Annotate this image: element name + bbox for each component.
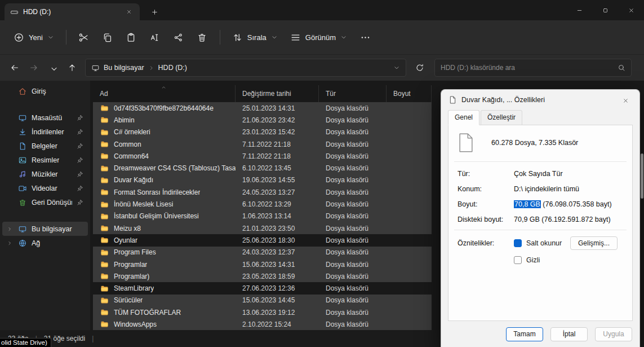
forward-button[interactable]: [25, 59, 42, 77]
file-row[interactable]: İnönü Meslek Lisesi6.10.2022 13:29Dosya …: [93, 198, 432, 210]
minimize-button[interactable]: [566, 0, 592, 20]
scrollbar[interactable]: [640, 81, 644, 330]
chevron-down-icon: [271, 34, 278, 41]
file-name: Program Files: [114, 248, 156, 256]
sidebar-item-masaustu[interactable]: Masaüstü: [2, 111, 88, 125]
sidebar-item-indirilenler[interactable]: İndirilenler: [2, 125, 88, 139]
scissors-icon: [78, 32, 89, 43]
breadcrumb-item[interactable]: HDD (D:): [158, 64, 187, 72]
sidebar-item-belgeler[interactable]: Belgeler: [2, 139, 88, 153]
dialog-tab-ozellestir[interactable]: Özelleştir: [481, 110, 522, 125]
file-row[interactable]: Common647.11.2022 21:18Dosya klasörü: [93, 150, 432, 162]
column-header-3[interactable]: Boyut: [387, 85, 432, 102]
apply-button[interactable]: Uygula: [595, 327, 632, 341]
sidebar-item-resimler[interactable]: Resimler: [2, 153, 88, 167]
file-row[interactable]: Duvar Kağıdı19.06.2023 14:55Dosya klasör…: [93, 174, 432, 186]
refresh-button[interactable]: [411, 59, 428, 77]
dialog-tab-genel[interactable]: Genel: [448, 110, 479, 125]
file-row[interactable]: Common7.11.2022 21:18Dosya klasörü: [93, 138, 432, 150]
file-row[interactable]: Abimin21.06.2023 23:42Dosya klasörü: [93, 114, 432, 126]
back-button[interactable]: [6, 59, 23, 77]
sidebar-item-giris[interactable]: Giriş: [2, 84, 88, 98]
file-name: Oyunlar: [114, 236, 137, 244]
home-icon: [18, 87, 27, 96]
breadcrumb-item[interactable]: Bu bilgisayar: [104, 64, 144, 72]
address-dropdown-icon[interactable]: [393, 64, 400, 71]
file-row[interactable]: SteamLibrary27.06.2023 12:36Dosya klasör…: [93, 282, 432, 294]
toolbar-separator: [66, 30, 66, 45]
file-row[interactable]: Program Files24.03.2023 12:37Dosya klasö…: [93, 247, 432, 258]
sidebar-item-geri-donusum[interactable]: Geri Dönüşüm Ku...: [2, 195, 88, 209]
clipboard-icon: [126, 32, 136, 43]
column-header-0[interactable]: Ad: [93, 85, 236, 102]
file-row[interactable]: Meizu x821.01.2023 23:50Dosya klasörü: [93, 222, 432, 234]
file-row[interactable]: İstanbul Gelişim Üniversitesi1.06.2023 1…: [93, 210, 432, 222]
property-value: Çok Sayıda Tür: [514, 169, 563, 179]
file-row[interactable]: WindowsApps2.10.2022 15:24Dosya klasörü: [93, 318, 432, 330]
file-date: 19.06.2023 14:55: [236, 176, 319, 184]
address-bar[interactable]: Bu bilgisayarHDD (D:): [85, 59, 406, 77]
readonly-checkbox[interactable]: [514, 239, 522, 247]
explorer-tab[interactable]: HDD (D:): [5, 3, 140, 20]
file-type: Dosya klasörü: [319, 248, 387, 256]
file-date: 24.03.2023 12:37: [236, 248, 319, 256]
recent-locations-button[interactable]: [44, 59, 61, 77]
sidebar-item-bu-bilgisayar[interactable]: Bu bilgisayar: [2, 222, 88, 236]
scrollbar-thumb[interactable]: [641, 153, 643, 199]
expander-spacer: [7, 199, 14, 206]
column-header-2[interactable]: Tür: [319, 85, 387, 102]
file-row[interactable]: Oyunlar25.06.2023 18:30Dosya klasörü: [93, 234, 432, 246]
file-name: 0d74f353b470f9fbe872b644064e: [114, 104, 214, 112]
file-row[interactable]: Programlar15.06.2023 14:31Dosya klasörü: [93, 258, 432, 270]
column-header-1[interactable]: Değiştirme tarihi: [236, 85, 319, 102]
close-button[interactable]: [618, 0, 644, 20]
new-button[interactable]: Yeni: [8, 28, 60, 47]
sidebar-item-videolar[interactable]: Videolar: [2, 181, 88, 195]
files-stack-icon: [458, 132, 474, 153]
folder-icon: [100, 320, 109, 328]
file-row[interactable]: Format Sonrası İndirilecekler24.05.2023 …: [93, 186, 432, 198]
titlebar: HDD (D:): [0, 0, 644, 20]
ok-button[interactable]: Tamam: [506, 327, 543, 341]
folder-icon: [100, 260, 109, 269]
refresh-icon: [415, 63, 424, 72]
advanced-button[interactable]: Gelişmiş...: [570, 236, 618, 250]
cut-button[interactable]: [73, 27, 95, 47]
hidden-label: Gizli: [526, 256, 540, 264]
file-date: 15.06.2023 14:45: [236, 296, 319, 304]
rename-button[interactable]: [144, 27, 166, 47]
up-button[interactable]: [63, 59, 81, 77]
file-row[interactable]: Dreamweaver CS4 CSS (Tablosuz) Tasarım6.…: [93, 162, 432, 174]
file-row[interactable]: TÜM FOTOĞRAFLAR13.06.2023 19:12Dosya kla…: [93, 306, 432, 318]
folder-icon: [100, 152, 109, 160]
copy-icon: [102, 32, 113, 43]
cancel-button[interactable]: İptal: [550, 327, 588, 341]
share-button[interactable]: [167, 27, 190, 47]
file-row[interactable]: Programlar)23.05.2023 18:59Dosya klasörü: [93, 270, 432, 282]
file-row[interactable]: 0d74f353b470f9fbe872b644064e25.01.2023 1…: [93, 102, 432, 114]
sort-button[interactable]: Sırala: [226, 28, 283, 47]
file-type: Dosya klasörü: [319, 116, 387, 124]
file-row[interactable]: Sürücüler15.06.2023 14:45Dosya klasörü: [93, 295, 432, 306]
summary-text: 60.278 Dosya, 7.335 Klasör: [491, 139, 578, 147]
dialog-close-button[interactable]: [614, 91, 637, 109]
expander-spacer: [7, 143, 14, 150]
back-arrow-icon: [10, 63, 19, 72]
file-name: İnönü Meslek Lisesi: [114, 200, 173, 208]
sidebar-item-ag[interactable]: Ağ: [2, 236, 88, 250]
view-button[interactable]: Görünüm: [285, 28, 353, 47]
attributes-label: Öznitelikler:: [458, 239, 514, 247]
sidebar-item-muzikler[interactable]: Müzikler: [2, 167, 88, 181]
sidebar-item-label: Giriş: [32, 87, 46, 95]
delete-button[interactable]: [191, 27, 214, 47]
copy-button[interactable]: [96, 27, 119, 47]
new-tab-button[interactable]: [148, 5, 161, 19]
readonly-label: Salt okunur: [526, 239, 562, 247]
maximize-button[interactable]: [592, 0, 618, 20]
more-options-button[interactable]: [354, 27, 376, 47]
paste-button[interactable]: [120, 27, 143, 47]
file-row[interactable]: C# örnekleri23.01.2023 15:42Dosya klasör…: [93, 126, 432, 138]
search-input[interactable]: [441, 64, 613, 72]
tab-close-icon[interactable]: [124, 7, 134, 17]
hidden-checkbox[interactable]: [514, 256, 522, 264]
